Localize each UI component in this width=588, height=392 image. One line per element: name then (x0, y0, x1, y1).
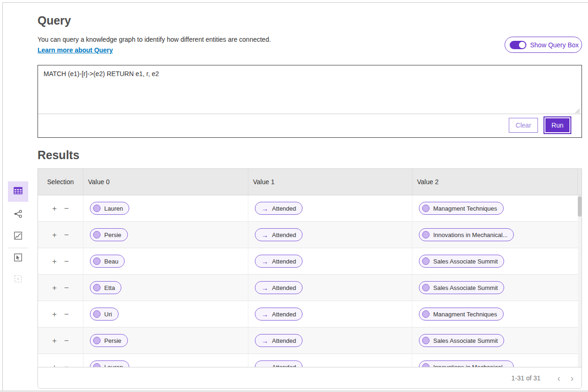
entity-chip[interactable]: Persie (90, 334, 128, 347)
map-view-button[interactable] (8, 226, 28, 247)
add-to-map-button[interactable] (8, 248, 28, 269)
value0-cell: Beau (83, 248, 248, 274)
remove-selection-button[interactable]: − (64, 310, 69, 318)
selection-view-icon (13, 274, 23, 286)
value0-cell: Etta (83, 275, 248, 301)
selection-cell: + − (38, 195, 83, 221)
pagination-bar: 1-31 of 31 ‹ › (38, 367, 582, 389)
table-row: + − Lauren → Attended Managment Techniqu… (38, 195, 582, 222)
learn-more-link[interactable]: Learn more about Query (38, 46, 113, 54)
add-selection-button[interactable]: + (52, 337, 57, 345)
selection-cell: + − (38, 328, 83, 353)
link-chart-view-button[interactable] (8, 205, 28, 225)
query-input[interactable]: MATCH (e1)-[r]->(e2) RETURN e1, r, e2 (38, 65, 582, 114)
remove-selection-button[interactable]: − (64, 257, 69, 265)
entity-dot-icon (422, 205, 430, 212)
value1-cell: → Attended (248, 195, 412, 221)
toggle-switch-icon[interactable] (510, 41, 526, 49)
add-selection-button[interactable]: + (52, 310, 57, 318)
table-view-button[interactable] (8, 181, 28, 202)
remove-selection-button[interactable]: − (64, 284, 69, 292)
table-scrollbar-thumb[interactable] (578, 196, 582, 217)
entity-chip[interactable]: Sales Associate Summit (419, 255, 504, 268)
entity-label: Innovations in Mechanical... (433, 231, 507, 238)
add-selection-button[interactable]: + (52, 363, 57, 367)
entity-dot-icon (422, 310, 430, 318)
entity-dot-icon (422, 363, 430, 367)
value2-cell: Managment Techniques (412, 301, 578, 327)
entity-chip[interactable]: Innovations in Mechanical... (419, 228, 514, 241)
entity-chip[interactable]: Persie (90, 228, 128, 241)
relationship-chip[interactable]: → Attended (255, 360, 303, 367)
entity-chip[interactable]: Etta (90, 281, 121, 294)
panel-left-border (2, 2, 3, 391)
entity-chip[interactable]: Lauren (90, 360, 129, 367)
entity-dot-icon (93, 231, 101, 238)
add-selection-button[interactable]: + (52, 257, 57, 265)
remove-selection-button[interactable]: − (64, 231, 69, 239)
value0-cell: Uri (83, 301, 248, 327)
relationship-arrow-icon: → (261, 337, 268, 344)
relationship-label: Attended (272, 258, 296, 265)
value0-cell: Persie (83, 222, 248, 248)
add-selection-button[interactable]: + (52, 284, 57, 292)
relationship-chip[interactable]: → Attended (255, 308, 303, 321)
relationship-arrow-icon: → (261, 205, 268, 212)
entity-chip[interactable]: Sales Associate Summit (419, 334, 504, 347)
relationship-chip[interactable]: → Attended (255, 281, 303, 294)
relationship-label: Attended (272, 364, 296, 367)
link-chart-view-icon (13, 209, 23, 221)
selection-cell: + − (38, 222, 83, 248)
selection-cell: + − (38, 301, 83, 327)
entity-chip[interactable]: Beau (90, 255, 125, 268)
add-selection-button[interactable]: + (52, 205, 57, 212)
query-actions: Clear Run (509, 117, 570, 133)
selection-cell: + − (38, 248, 83, 274)
entity-label: Managment Techniques (433, 205, 497, 212)
value0-cell: Persie (83, 328, 248, 353)
relationship-chip[interactable]: → Attended (255, 228, 303, 241)
entity-dot-icon (422, 284, 430, 291)
entity-chip[interactable]: Managment Techniques (419, 308, 504, 321)
add-selection-button[interactable]: + (52, 231, 57, 239)
entity-dot-icon (93, 284, 101, 291)
entity-label: Lauren (104, 364, 123, 367)
column-header-value2: Value 2 (412, 169, 578, 195)
run-button[interactable]: Run (544, 117, 570, 133)
selection-cell: + − (38, 354, 83, 367)
remove-selection-button[interactable]: − (64, 363, 69, 367)
value0-cell: Lauren (83, 354, 248, 367)
toggle-knob (519, 42, 525, 48)
value0-cell: Lauren (83, 195, 248, 221)
entity-label: Beau (104, 258, 118, 265)
next-page-button[interactable]: › (570, 373, 574, 383)
value1-cell: → Attended (248, 328, 412, 353)
relationship-arrow-icon: → (261, 258, 268, 265)
remove-selection-button[interactable]: − (64, 337, 69, 345)
show-query-box-toggle[interactable]: Show Query Box (505, 37, 582, 53)
entity-label: Managment Techniques (433, 311, 497, 318)
relationship-label: Attended (272, 284, 296, 291)
resize-handle-icon[interactable] (575, 107, 580, 116)
selection-view-button (8, 270, 28, 290)
entity-label: Uri (104, 311, 112, 318)
remove-selection-button[interactable]: − (64, 205, 69, 212)
value2-cell: Innovations in Mechanical... (412, 222, 578, 248)
relationship-chip[interactable]: → Attended (255, 202, 303, 215)
value1-cell: → Attended (248, 275, 412, 301)
entity-chip[interactable]: Innovations in Mechanical... (419, 360, 514, 367)
selection-cell: + − (38, 275, 83, 301)
relationship-chip[interactable]: → Attended (255, 255, 303, 268)
results-table-header: Selection Value 0 Value 1 Value 2 (38, 169, 582, 195)
entity-chip[interactable]: Sales Associate Summit (419, 281, 504, 294)
entity-chip[interactable]: Uri (90, 308, 119, 321)
table-row: + − Persie → Attended Sales Associate Su… (38, 328, 582, 354)
relationship-chip[interactable]: → Attended (255, 334, 303, 347)
entity-chip[interactable]: Lauren (90, 202, 129, 215)
prev-page-button[interactable]: ‹ (557, 373, 561, 383)
query-panel: Query You can query a knowledge graph to… (0, 0, 588, 392)
relationship-label: Attended (272, 311, 296, 318)
clear-button[interactable]: Clear (509, 118, 538, 133)
entity-chip[interactable]: Managment Techniques (419, 202, 504, 215)
table-scrollbar-track[interactable] (578, 195, 582, 367)
